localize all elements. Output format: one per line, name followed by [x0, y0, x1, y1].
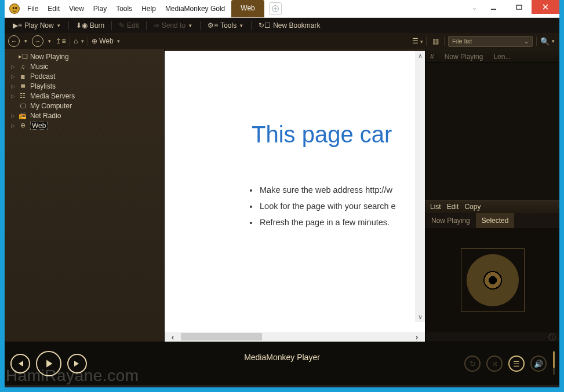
info-icon[interactable]: ⓘ	[548, 332, 556, 342]
close-button[interactable]	[532, 0, 559, 14]
nav-back-button[interactable]: ←	[8, 35, 20, 47]
menu-edit[interactable]: Edit	[43, 3, 64, 14]
home-button[interactable]: ⌂	[74, 37, 84, 45]
chevron-down-icon: ⌄	[524, 38, 529, 45]
tree-label: Podcast	[30, 72, 55, 80]
main-content: ▸❏ Now Playing ▷ ♫ Music ▷ ◙ Podcast ▷ ≣…	[5, 49, 559, 342]
tools-icon: ⚙≡	[208, 21, 218, 30]
tree-item-playlists[interactable]: ▷ ≣ Playlists	[5, 81, 164, 91]
tree-label: Music	[30, 63, 48, 71]
menu-file[interactable]: File	[23, 3, 42, 14]
menu-view[interactable]: View	[65, 3, 88, 14]
tree-expand-icon[interactable]: ▷	[10, 123, 15, 129]
tree-expand-icon[interactable]: ▷	[10, 113, 15, 119]
separator	[146, 21, 147, 30]
column-length[interactable]: Len...	[493, 53, 511, 59]
tree-item-web[interactable]: ▷ ⊕ Web	[5, 120, 164, 130]
queue-button[interactable]: ☰	[508, 356, 525, 372]
vertical-scrollbar[interactable]: ∧ ∨	[415, 51, 425, 322]
edit-label: Edit	[127, 21, 139, 30]
tree-label: Media Servers	[30, 92, 75, 100]
window-dropdown-icon[interactable]: ⌄	[468, 0, 481, 14]
menu-tools[interactable]: Tools	[112, 3, 136, 14]
back-history-dropdown[interactable]: ▾	[23, 38, 28, 44]
separator	[70, 36, 70, 46]
mute-button[interactable]: 🔊	[530, 356, 547, 372]
library-tree: ▸❏ Now Playing ▷ ♫ Music ▷ ◙ Podcast ▷ ≣…	[5, 49, 164, 342]
title-bar: File Edit View Play Tools Help MediaMonk…	[5, 0, 559, 18]
search-button[interactable]: 🔍 ▾	[540, 37, 556, 46]
tools-label: Tools	[220, 21, 236, 30]
menu-play[interactable]: Play	[89, 3, 111, 14]
minimize-button[interactable]	[481, 0, 506, 14]
maximize-button[interactable]	[506, 0, 532, 14]
tree-item-net-radio[interactable]: ▷ 📻 Net Radio	[5, 111, 164, 120]
tab-web[interactable]: Web	[231, 0, 264, 17]
center-panel: This page car Make sure the web address …	[164, 49, 425, 342]
scroll-right-icon[interactable]: ›	[409, 332, 425, 342]
music-icon: ♫	[19, 63, 27, 70]
svg-point-0	[10, 4, 20, 14]
repeat-button[interactable]: ↻	[464, 356, 481, 372]
tree-expand-icon[interactable]: ▷	[10, 64, 15, 69]
play-now-button[interactable]: ▶≡ Play Now ▾	[9, 20, 65, 31]
player-bar: MediaMonkey Player ↻ ⤭ ☰ 🔊 HamiRayane.co…	[5, 342, 559, 385]
search-icon: 🔍	[540, 37, 550, 46]
new-bookmark-button[interactable]: ↻☐ New Bookmark	[255, 20, 323, 31]
app-logo-icon	[9, 3, 20, 14]
tree-label: My Computer	[30, 102, 72, 110]
scroll-up-icon[interactable]: ∧	[415, 51, 425, 61]
file-list-label: File list	[452, 38, 472, 45]
volume-slider[interactable]	[553, 351, 555, 375]
tree-item-now-playing[interactable]: ▸❏ Now Playing	[5, 52, 164, 61]
separator	[536, 36, 537, 46]
file-list-select[interactable]: File list ⌄	[448, 36, 533, 47]
mini-menu-list[interactable]: List	[430, 203, 441, 211]
separator	[444, 36, 445, 46]
burn-button[interactable]: ⬇◉ Burn	[72, 20, 108, 31]
horizontal-scrollbar[interactable]: ‹ ›	[165, 332, 425, 342]
chevron-down-icon: ▾	[239, 23, 244, 28]
column-number[interactable]: #	[430, 53, 434, 59]
nav-forward-button[interactable]: →	[32, 35, 43, 47]
tree-expand-icon[interactable]: ▷	[10, 74, 15, 79]
play-now-label: Play Now	[24, 21, 54, 30]
menu-help[interactable]: Help	[137, 3, 160, 14]
column-now-playing[interactable]: Now Playing	[445, 53, 483, 59]
tree-expand-icon[interactable]: ▷	[10, 83, 15, 89]
tab-selected[interactable]: Selected	[476, 213, 515, 228]
mini-menu-copy[interactable]: Copy	[464, 203, 481, 211]
forward-history-dropdown[interactable]: ▾	[47, 38, 52, 44]
tree-expand-icon[interactable]: ▷	[10, 93, 15, 99]
scroll-down-icon[interactable]: ∨	[415, 312, 425, 322]
tree-label: Net Radio	[30, 112, 61, 120]
web-icon: ⊕	[19, 122, 27, 129]
view-columns-button[interactable]: ▥	[430, 37, 441, 45]
scroll-left-icon[interactable]: ‹	[165, 332, 181, 342]
disc-icon	[467, 254, 519, 306]
add-tab-button[interactable]	[269, 2, 282, 15]
tab-now-playing[interactable]: Now Playing	[425, 213, 476, 228]
nav-up-icon[interactable]: ↥≡	[56, 37, 66, 45]
tree-item-my-computer[interactable]: 🖵 My Computer	[5, 101, 164, 111]
tracklist-columns: # Now Playing Len...	[425, 49, 559, 63]
tree-item-music[interactable]: ▷ ♫ Music	[5, 61, 164, 71]
breadcrumb-web[interactable]: ⊕ Web	[92, 37, 119, 45]
menu-mediamonkey-gold[interactable]: MediaMonkey Gold	[161, 3, 229, 14]
shuffle-button[interactable]: ⤭	[486, 356, 503, 372]
browser-page[interactable]: This page car Make sure the web address …	[165, 51, 425, 332]
scrollbar-track[interactable]	[181, 332, 409, 342]
send-to-label: Send to	[162, 21, 185, 30]
nowplaying-icon: ▸❏	[19, 53, 27, 60]
album-art-area	[425, 228, 559, 332]
tree-item-podcast[interactable]: ▷ ◙ Podcast	[5, 71, 164, 81]
home-icon: ⌂	[74, 37, 78, 45]
scrollbar-thumb[interactable]	[181, 333, 262, 340]
separator	[251, 21, 252, 30]
tree-item-media-servers[interactable]: ▷ ☷ Media Servers	[5, 91, 164, 101]
tools-button[interactable]: ⚙≡ Tools ▾	[204, 20, 248, 31]
mini-menu-edit[interactable]: Edit	[447, 203, 459, 211]
view-list-button[interactable]: ☰	[412, 37, 423, 45]
burn-label: Burn	[90, 21, 104, 30]
web-icon: ⊕	[92, 37, 97, 45]
